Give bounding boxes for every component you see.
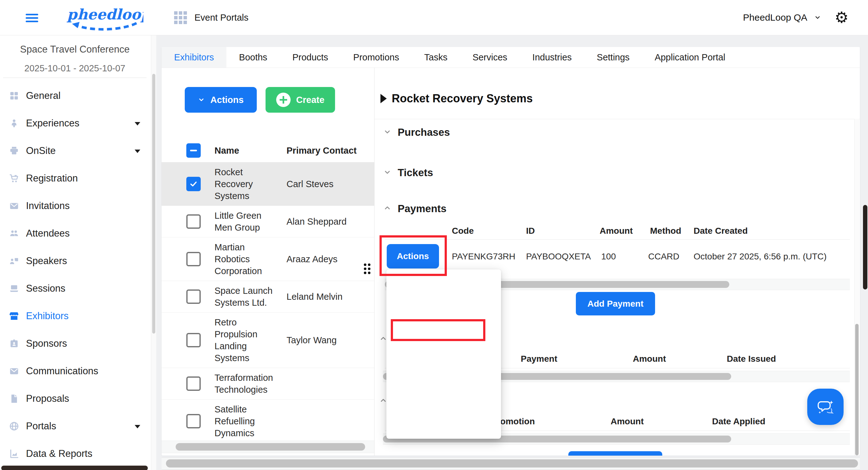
tab-exhibitors[interactable]: Exhibitors — [162, 47, 226, 68]
primary-contact: Leland Melvin — [286, 292, 343, 302]
select-all-checkbox[interactable] — [186, 143, 201, 158]
payments-col-date-created: Date Created — [693, 226, 748, 236]
tab-industries[interactable]: Industries — [520, 47, 584, 68]
tab-products[interactable]: Products — [280, 47, 341, 68]
logo-text: pheedloop — [66, 6, 144, 23]
sidebar-item-onsite[interactable]: OnSite — [0, 137, 150, 165]
app-window: pheedloop Event Portals PheedLoop QA ⚙ S… — [0, 0, 868, 470]
detail-vertical-scrollbar[interactable] — [854, 119, 859, 456]
table-row[interactable]: Space Launch Systems Ltd. Leland Melvin — [162, 281, 374, 312]
payment-id: PAYBOOQXETA — [526, 251, 591, 262]
row-checkbox[interactable] — [186, 376, 201, 391]
sidebar-item-exhibitors[interactable]: Exhibitors — [0, 302, 150, 330]
payment-date-created: October 27 2025, 6:56 p.m. (UTC) — [693, 251, 827, 262]
primary-contact: Araaz Adeys — [286, 254, 338, 264]
envelope-icon — [9, 366, 20, 376]
topbar: pheedloop Event Portals PheedLoop QA ⚙ — [0, 0, 868, 35]
hamburger-menu-icon[interactable] — [26, 12, 38, 23]
table-header-row: Name Primary Contact — [162, 139, 374, 162]
tab-booths[interactable]: Booths — [226, 47, 280, 68]
table-row[interactable]: Satellite Refuelling Dynamics — [162, 400, 374, 443]
row-checkbox[interactable] — [186, 414, 201, 428]
detail-title-row[interactable]: Rocket Recovery Systems — [380, 92, 533, 105]
sidebar: Space Travel Conference 2025-10-01 - 202… — [0, 35, 156, 470]
section-purchases[interactable]: Purchases — [383, 126, 450, 138]
primary-contact: Alan Sheppard — [286, 216, 347, 227]
tab-bar: Exhibitors Booths Products Promotions Ta… — [162, 47, 860, 68]
scrollbar-thumb[interactable] — [166, 459, 858, 468]
account-menu[interactable]: PheedLoop QA — [743, 0, 821, 35]
payments-col-amount: Amount — [600, 226, 633, 236]
row-checkbox[interactable] — [186, 214, 201, 229]
row-checkbox[interactable] — [186, 177, 201, 191]
sidebar-item-speakers[interactable]: Speakers — [0, 247, 150, 275]
scrollbar-thumb[interactable] — [152, 74, 155, 334]
chevron-down-icon — [383, 127, 392, 138]
tab-application-portal[interactable]: Application Portal — [642, 47, 738, 68]
chevron-down-icon — [814, 14, 821, 21]
chevron-up-icon — [383, 203, 392, 214]
row-checkbox[interactable] — [186, 333, 201, 347]
tab-services[interactable]: Services — [460, 47, 520, 68]
pheedloop-logo[interactable]: pheedloop — [65, 4, 144, 33]
sidebar-item-registration[interactable]: Registration — [0, 165, 150, 192]
chat-fab-button[interactable] — [807, 389, 844, 425]
document-icon — [9, 393, 20, 404]
triangle-right-icon — [380, 94, 387, 103]
table-row[interactable]: Retro Propulsion Landing Systems Taylor … — [162, 312, 374, 368]
caret-down-icon — [135, 425, 140, 428]
badge-icon — [9, 338, 20, 349]
chart-icon — [9, 448, 20, 459]
sidebar-item-sessions[interactable]: Sessions — [0, 275, 150, 302]
tab-settings[interactable]: Settings — [584, 47, 642, 68]
scrollbar-thumb[interactable] — [863, 205, 867, 290]
sidebar-item-sponsors[interactable]: Sponsors — [0, 330, 150, 357]
column-primary-contact: Primary Contact — [286, 145, 356, 156]
plus-icon — [276, 93, 290, 107]
exhibitor-list-panel: Actions Create Name Primary Contact Rock… — [162, 68, 374, 456]
scrollbar-thumb[interactable] — [176, 443, 365, 450]
sidebar-item-experiences[interactable]: Experiences — [0, 109, 150, 137]
row-checkbox[interactable] — [186, 290, 201, 304]
list-horizontal-scrollbar[interactable] — [162, 441, 374, 453]
create-button[interactable]: Create — [266, 87, 335, 113]
exhibitor-name: Space Launch Systems Ltd. — [215, 285, 277, 308]
apps-grid-icon[interactable] — [174, 11, 187, 24]
caret-down-icon — [135, 149, 140, 153]
gear-icon[interactable]: ⚙ — [835, 0, 848, 35]
table-row[interactable]: Rocket Recovery Systems Carl Steves — [162, 162, 374, 206]
storefront-icon — [9, 311, 20, 322]
table-row[interactable]: Little Green Men Group Alan Sheppard — [162, 206, 374, 237]
sidebar-item-portals[interactable]: Portals — [0, 412, 150, 440]
partially-visible-add-button[interactable] — [568, 451, 662, 456]
exhibitor-table: Name Primary Contact Rocket Recovery Sys… — [162, 139, 374, 443]
page-horizontal-scrollbar[interactable] — [162, 458, 860, 470]
sidebar-item-attendees[interactable]: Attendees — [0, 220, 150, 247]
sidebar-vertical-scrollbar[interactable] — [151, 35, 156, 470]
logo-arrow — [76, 23, 136, 29]
sidebar-horizontal-scrollbar-thumb[interactable] — [1, 466, 148, 470]
section-title: Event Portals — [194, 12, 248, 23]
add-payment-button[interactable]: Add Payment — [576, 292, 655, 315]
panel-drag-handle-icon[interactable] — [364, 264, 372, 274]
page-vertical-scrollbar[interactable] — [862, 35, 868, 470]
payment-row-actions-button[interactable]: Actions — [387, 244, 439, 268]
sidebar-item-general[interactable]: General — [0, 82, 150, 109]
sidebar-item-communications[interactable]: Communications — [0, 357, 150, 385]
scrollbar-thumb[interactable] — [855, 324, 859, 455]
sidebar-item-proposals[interactable]: Proposals — [0, 385, 150, 412]
row-checkbox[interactable] — [186, 252, 201, 266]
tab-promotions[interactable]: Promotions — [341, 47, 412, 68]
section-payments[interactable]: Payments — [383, 203, 446, 215]
chevron-down-icon — [198, 96, 205, 103]
globe-icon — [9, 421, 20, 432]
table-row[interactable]: Martian Robotics Corporation Araaz Adeys — [162, 237, 374, 281]
envelope-icon — [9, 201, 20, 211]
sidebar-item-data-reports[interactable]: Data & Reports — [0, 440, 150, 468]
tab-tasks[interactable]: Tasks — [412, 47, 460, 68]
list-actions-button[interactable]: Actions — [185, 87, 257, 113]
promotions-col-amount: Amount — [611, 416, 644, 427]
section-tickets[interactable]: Tickets — [383, 167, 433, 179]
table-row[interactable]: Terraformation Technologies — [162, 368, 374, 400]
sidebar-item-invitations[interactable]: Invitations — [0, 192, 150, 220]
